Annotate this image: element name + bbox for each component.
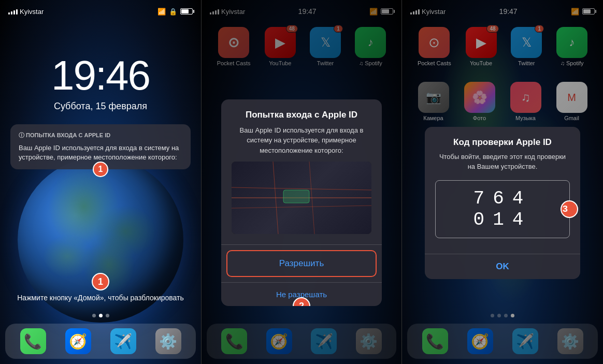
dialog-text: Ваш Apple ID используется для входа в си… — [232, 125, 371, 156]
lock-time: 19:46 — [0, 52, 201, 99]
modal-overlay: Попытка входа с Apple ID Ваш Apple ID ис… — [202, 0, 401, 364]
svg-line-2 — [232, 206, 371, 208]
dot-3 — [106, 314, 109, 317]
notification-header: ⓘ ПОПЫТКА ВХОДА С APPLE ID — [19, 132, 182, 139]
dialog-body: Попытка входа с Apple ID Ваш Apple ID ис… — [221, 99, 382, 245]
allow-button[interactable]: Разрешить — [226, 250, 377, 277]
dialog-map — [232, 162, 371, 234]
svg-rect-5 — [283, 190, 309, 203]
notification-body: Ваш Apple ID используется для входа в си… — [19, 143, 182, 162]
svg-line-1 — [232, 187, 371, 190]
map-svg — [232, 162, 371, 234]
battery-icon — [180, 8, 193, 14]
lock-screen-panel: Kyivstar 📶 🔒 19:46 Суббота, 15 февраля ⓘ… — [0, 0, 201, 364]
dock-telegram-icon[interactable]: ✈️ — [110, 328, 136, 354]
step3-badge: 3 — [561, 200, 578, 218]
carrier-signal: Kyivstar — [8, 8, 44, 16]
verify-dialog-title: Код проверки Apple ID — [435, 137, 570, 148]
dialog-panel: Kyivstar 19:47 📶 ⊙ Pocket Casts ▶ 48 You… — [201, 0, 402, 364]
dot-1 — [92, 314, 96, 317]
dock-settings-icon[interactable]: ⚙️ — [155, 328, 181, 354]
lock-dock: 📞 🧭 ✈️ ⚙️ — [5, 324, 196, 359]
map-inner — [232, 162, 371, 234]
verify-dialog-text: Чтобы войти, введите этот код проверки н… — [435, 152, 570, 172]
wifi-icon: 📶 — [157, 8, 166, 16]
carrier-name: Kyivstar — [20, 8, 44, 16]
dialog-title: Попытка входа с Apple ID — [232, 110, 371, 120]
lock-notification: ⓘ ПОПЫТКА ВХОДА С APPLE ID Ваш Apple ID … — [10, 124, 191, 169]
lock-date: Суббота, 15 февраля — [0, 101, 201, 112]
verify-actions: OK — [425, 254, 580, 279]
dock-safari-icon[interactable]: 🧭 — [65, 328, 91, 354]
ok-button[interactable]: OK — [425, 254, 580, 279]
lock-status-bar: Kyivstar 📶 🔒 — [0, 0, 201, 23]
verification-code-box: 764 014 3 — [435, 180, 570, 238]
lock-page-dots — [0, 314, 201, 317]
step1-badge: 1 — [93, 162, 108, 177]
verify-code-dialog: Код проверки Apple ID Чтобы войти, введи… — [425, 127, 580, 279]
lock-icon: 🔒 — [169, 8, 177, 16]
verify-panel: Kyivstar 19:47 📶 ⊙ Pocket Casts ▶ 48 You… — [402, 0, 603, 364]
verification-code: 764 014 — [473, 188, 532, 230]
verify-modal-overlay: Код проверки Apple ID Чтобы войти, введи… — [402, 0, 603, 364]
status-icons: 📶 🔒 — [157, 8, 193, 16]
dock-phone-icon[interactable]: 📞 — [20, 328, 46, 354]
apple-id-dialog: Попытка входа с Apple ID Ваш Apple ID ис… — [221, 99, 382, 307]
lock-hint: 1 Нажмите кнопку «Домой», чтобы разблоки… — [0, 273, 201, 302]
unlock-hint-text: Нажмите кнопку «Домой», чтобы разблокиро… — [0, 294, 201, 302]
verify-modal-body: Код проверки Apple ID Чтобы войти, введи… — [425, 127, 580, 254]
step1-icon: 1 — [92, 273, 109, 290]
dot-2 — [99, 314, 103, 317]
signal-bars — [8, 8, 18, 14]
